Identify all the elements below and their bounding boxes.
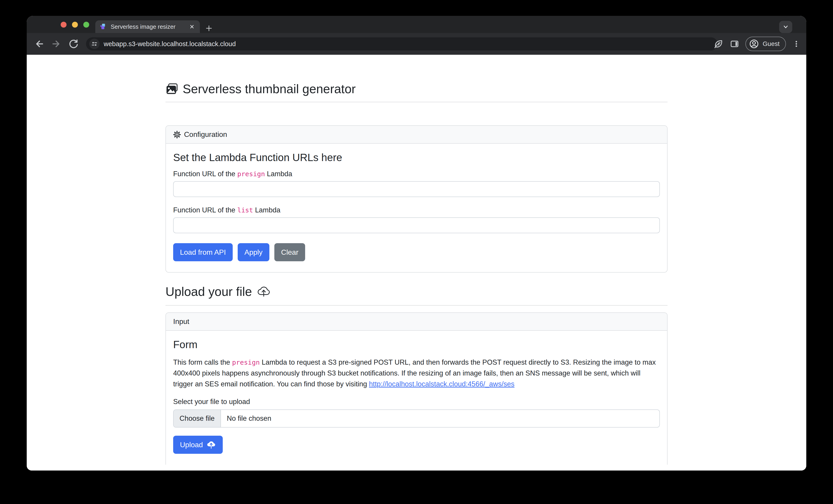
chevron-down-icon [782,24,789,30]
configuration-card: Configuration Set the Lambda Function UR… [165,125,668,273]
site-settings-icon [91,41,98,47]
side-panel-icon[interactable] [730,39,739,49]
input-card-header: Input [166,313,667,331]
site-info-button[interactable] [89,39,100,49]
window-zoom-button[interactable] [83,22,89,28]
divider [165,305,668,306]
upload-section-header: Upload your file [165,284,668,299]
gear-icon [173,131,181,138]
back-button[interactable] [32,37,46,50]
file-select-label: Select your file to upload [173,398,660,406]
url-text[interactable]: webapp.s3-website.localhost.localstack.c… [104,40,236,48]
file-status-text: No file chosen [221,410,277,427]
person-circle-icon [749,39,759,49]
forward-button[interactable] [50,37,63,50]
back-arrow-icon [34,39,44,49]
config-heading: Set the Lambda Function URLs here [173,151,660,163]
input-card: Input Form This form calls the presign L… [165,312,668,464]
tab-title: Serverless image resizer [111,23,188,30]
apply-button[interactable]: Apply [238,243,269,261]
energy-saver-icon[interactable] [713,39,724,49]
forward-arrow-icon [51,39,61,49]
browser-menu-button[interactable] [792,40,801,48]
reload-button[interactable] [67,37,80,50]
presign-code-text: presign [237,170,265,178]
file-input[interactable]: Choose file No file chosen [173,409,660,428]
page-header: Serverless thumbnail generator [165,81,668,96]
list-url-input[interactable] [173,218,660,233]
tab-search-button[interactable] [779,21,792,33]
window-controls [61,22,89,28]
browser-toolbar: webapp.s3-website.localhost.localstack.c… [27,33,806,55]
toolbar-right-icons: Guest [713,33,801,55]
page-title: Serverless thumbnail generator [183,81,356,96]
list-code-text: list [237,206,253,214]
presign-code-text: presign [232,358,260,366]
upload-button[interactable]: Upload [173,436,223,454]
form-heading: Form [173,338,660,351]
divider [165,102,668,102]
tab-strip: Serverless image resizer [27,16,806,33]
images-icon [165,83,178,95]
page-content: Serverless thumbnail generator [27,55,806,471]
profile-button[interactable]: Guest [745,36,786,51]
window-close-button[interactable] [61,22,67,28]
ses-link[interactable]: http://localhost.localstack.cloud:4566/_… [369,380,515,388]
list-url-label: Function URL of the list Lambda [173,206,660,214]
input-card-title: Input [173,318,189,326]
cloud-upload-icon [257,285,270,298]
new-tab-button[interactable] [204,23,214,33]
profile-label: Guest [763,40,780,48]
reload-icon [69,39,78,49]
browser-tab[interactable]: Serverless image resizer [95,20,200,33]
tab-favicon-icon [99,23,107,30]
address-bar[interactable]: webapp.s3-website.localhost.localstack.c… [86,37,718,50]
form-description: This form calls the presign Lambda to re… [173,357,660,389]
presign-url-input[interactable] [173,181,660,197]
load-from-api-button[interactable]: Load from API [173,243,233,261]
upload-section-title: Upload your file [165,284,252,299]
kebab-menu-icon [792,40,801,48]
upload-button-label: Upload [180,440,203,449]
tab-close-icon[interactable] [188,23,196,30]
choose-file-button[interactable]: Choose file [174,410,221,427]
configuration-card-title: Configuration [184,130,227,139]
browser-window: Serverless image resizer [27,16,806,471]
window-minimize-button[interactable] [72,22,78,28]
screenshot-stage: Serverless image resizer [0,0,833,504]
clear-button[interactable]: Clear [275,243,305,261]
cloud-upload-fill-icon [207,440,216,449]
configuration-card-header: Configuration [166,126,667,144]
presign-url-label: Function URL of the presign Lambda [173,170,660,178]
